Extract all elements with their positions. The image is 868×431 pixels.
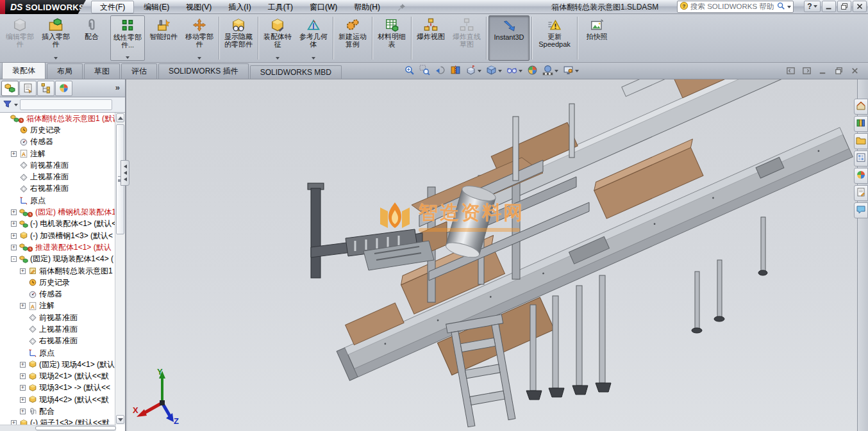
taskpane-tab-custom-properties[interactable] xyxy=(854,185,868,201)
tree-item[interactable]: 历史记录 xyxy=(0,277,115,288)
dropdown-arrow-icon[interactable] xyxy=(54,57,58,60)
ribbon-bom[interactable]: 材料明细表 xyxy=(374,15,409,61)
tab-SOLIDWORKS 插件[interactable]: SOLIDWORKS 插件 xyxy=(158,63,249,79)
view-settings-button[interactable] xyxy=(562,64,580,78)
tree-item[interactable]: 上视基准面 xyxy=(0,323,115,335)
tree-item[interactable]: +A注解 xyxy=(0,300,115,312)
tab-布局[interactable]: 布局 xyxy=(47,63,83,79)
dropdown-arrow-icon[interactable] xyxy=(555,70,558,72)
apply-scene-button[interactable] xyxy=(541,64,560,78)
menu-视图[interactable]: 视图(V) xyxy=(178,0,220,14)
hscroll-thumb[interactable] xyxy=(35,426,116,430)
taskpane-tab-solidworks-forum[interactable] xyxy=(854,202,868,218)
expander-plus[interactable]: + xyxy=(20,409,26,414)
tree-item[interactable]: 前视基准面 xyxy=(0,159,115,171)
tree-item[interactable]: 传感器 xyxy=(0,288,115,300)
tree-item[interactable]: +(固定) 现场4<1> (默认 xyxy=(0,359,115,370)
expander-plus[interactable]: + xyxy=(20,303,26,309)
expander-plus[interactable]: + xyxy=(11,209,17,215)
expander-plus[interactable]: + xyxy=(20,268,26,274)
tree-item[interactable]: 历史记录 xyxy=(0,124,115,136)
menu-插入[interactable]: 插入(I) xyxy=(220,0,259,14)
pane-toggle-right-button[interactable] xyxy=(801,65,812,76)
view-orientation-button[interactable] xyxy=(464,64,483,78)
ribbon-exploded-view[interactable]: 爆炸视图 xyxy=(413,15,448,61)
expander-plus[interactable]: + xyxy=(11,221,17,227)
menu-帮助[interactable]: 帮助(H) xyxy=(346,0,388,14)
dropdown-arrow-icon[interactable] xyxy=(478,70,481,72)
pin-icon[interactable] xyxy=(388,0,415,14)
doc-minimize-button[interactable] xyxy=(817,65,828,76)
tree-item[interactable]: +配合 xyxy=(0,405,115,417)
zoom-to-area-button[interactable] xyxy=(418,64,431,78)
taskpane-tab-design-library[interactable] xyxy=(854,116,868,132)
tree-item[interactable]: +(-) 加强槽钢1<3> (默认< xyxy=(0,230,115,241)
dropdown-arrow-icon[interactable] xyxy=(276,57,280,60)
tree-item[interactable]: +A注解 xyxy=(0,148,115,159)
edit-appearance-button[interactable] xyxy=(526,64,539,78)
taskpane-tab-file-explorer[interactable] xyxy=(854,133,868,149)
search-icon[interactable] xyxy=(776,1,785,12)
panel-tab-displaymanager[interactable] xyxy=(55,81,72,96)
search-input[interactable]: 搜索 SOLIDWORKS 帮助 xyxy=(690,2,774,12)
expander-plus[interactable]: + xyxy=(20,385,26,391)
tree-item[interactable]: +(固定) 槽钢机架装配体1 xyxy=(0,206,115,218)
dropdown-arrow-icon[interactable] xyxy=(575,70,579,72)
dropdown-arrow-icon[interactable] xyxy=(126,56,129,59)
tab-SOLIDWORKS MBD[interactable]: SOLIDWORKS MBD xyxy=(250,65,342,79)
tree-item[interactable]: 箱体翻转总装示意图1 (默认<显示状态-1>) xyxy=(0,113,115,124)
tree-item[interactable]: -(固定) 现场装配体1<4> ( xyxy=(0,254,115,265)
menu-窗口[interactable]: 窗口(W) xyxy=(301,0,346,14)
ribbon-assembly-feature[interactable]: 装配体特征 xyxy=(260,15,295,61)
previous-view-button[interactable] xyxy=(433,64,447,78)
tree-item[interactable]: 上视基准面 xyxy=(0,171,115,183)
expander-plus[interactable]: + xyxy=(20,397,26,403)
ribbon-mate[interactable]: 配合 xyxy=(74,15,109,61)
ribbon-reference-geometry[interactable]: 参考几何体 xyxy=(296,15,331,61)
dropdown-arrow-icon[interactable] xyxy=(519,70,522,72)
panel-splitter-handle[interactable] xyxy=(121,160,129,186)
taskpane-tab-view-palette[interactable] xyxy=(854,150,868,167)
ribbon-insert-component[interactable]: 插入零部件 xyxy=(38,15,73,61)
expander-plus[interactable]: + xyxy=(11,233,17,239)
filter-funnel-icon[interactable] xyxy=(3,99,12,111)
filter-field[interactable] xyxy=(20,99,112,110)
ribbon-move-component[interactable]: 移动零部件 xyxy=(182,15,217,61)
tree-horizontal-scrollbar[interactable] xyxy=(0,425,116,431)
help-button[interactable]: ? xyxy=(804,1,821,12)
doc-restore-button[interactable] xyxy=(833,65,844,76)
zoom-to-fit-button[interactable] xyxy=(403,64,416,78)
menu-文件[interactable]: 文件(F) xyxy=(91,1,134,13)
tree-item[interactable]: +(-) 电机装配体<1> (默认< xyxy=(0,218,115,230)
ribbon-smart-fastener[interactable]: 智能扣件 xyxy=(146,15,181,61)
menu-编辑[interactable]: 编辑(E) xyxy=(135,0,178,14)
scroll-down-button[interactable] xyxy=(116,415,124,424)
ribbon-motion-study[interactable]: 新建运动算例 xyxy=(335,15,370,61)
tree-item[interactable]: +箱体翻转总装示意图1 xyxy=(0,265,115,277)
panel-tabs-more[interactable]: » xyxy=(115,83,124,94)
panel-tab-featuremanager[interactable] xyxy=(1,81,19,96)
taskpane-tab-solidworks-resources[interactable] xyxy=(854,99,868,115)
search-box[interactable]: ? 搜索 SOLIDWORKS 帮助 xyxy=(677,1,794,13)
hide-show-items-button[interactable] xyxy=(505,64,524,78)
ribbon-speedpak[interactable]: 更新 Speedpak xyxy=(534,15,575,61)
tree-item[interactable]: 前视基准面 xyxy=(0,312,115,323)
minimize-button[interactable] xyxy=(822,1,836,12)
tree-item[interactable]: 原点 xyxy=(0,347,115,359)
ribbon-linear-pattern[interactable]: 线性零部件... xyxy=(110,15,145,61)
filter-dropdown-icon[interactable] xyxy=(14,104,18,106)
ribbon-instant3d[interactable]: Instant3D xyxy=(488,15,530,61)
panel-tab-configurationmanager[interactable] xyxy=(37,81,54,96)
expander-plus[interactable]: + xyxy=(11,245,17,250)
dropdown-arrow-icon[interactable] xyxy=(498,70,502,72)
expander-plus[interactable]: + xyxy=(20,362,26,368)
tree-item[interactable]: 右视基准面 xyxy=(0,183,115,195)
expander-plus[interactable]: + xyxy=(20,373,26,379)
dropdown-arrow-icon[interactable] xyxy=(312,57,315,60)
tree-item[interactable]: 右视基准面 xyxy=(0,336,115,347)
expander-minus[interactable]: - xyxy=(11,256,17,262)
expander-plus[interactable]: + xyxy=(11,151,17,157)
tab-评估[interactable]: 评估 xyxy=(121,63,157,79)
search-dropdown-icon[interactable] xyxy=(787,6,791,8)
tree-item[interactable]: +推进装配体1<1> (默认 xyxy=(0,241,115,253)
